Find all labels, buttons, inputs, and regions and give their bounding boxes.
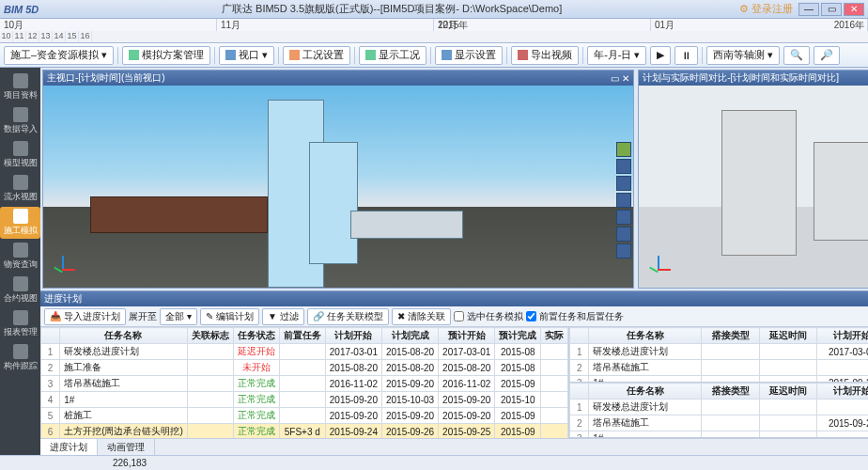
viewport-toolbar [616,142,631,258]
flow-icon [13,175,28,190]
close-icon[interactable]: ✕ [844,3,864,16]
track-icon [13,344,28,359]
chart-icon [13,310,28,325]
table-row[interactable]: 3 1#2015-10-03 [570,431,868,439]
viewport-icon [225,50,236,60]
minimize-icon[interactable]: — [798,3,819,16]
folder-icon [13,73,28,88]
clear-link-button[interactable]: ✖ 清除关联 [392,308,451,325]
select-icon[interactable] [616,142,631,157]
show-setting-button[interactable]: 显示设置 [435,46,503,65]
sidebar-item-track[interactable]: 构件跟踪 [0,342,40,374]
window-title: 广联达 BIM5D 3.5旗舰版(正式版)--[BIM5D项目案例- D:\Wo… [44,2,739,16]
sidebar-item-contract[interactable]: 合约视图 [0,274,40,306]
window-buttons: — ▭ ✕ [798,3,864,16]
link-model-button[interactable]: 🔗 任务关联模型 [307,308,389,325]
play-button[interactable]: ▶ [650,46,671,65]
table-row[interactable]: 1研发楼总进度计划延迟开始2017-03-012015-08-202017-03… [41,344,568,360]
table-row[interactable]: 2 塔吊基础施工2015-09-20 [570,415,868,431]
sidebar: 项目资料 数据导入 模型视图 流水视图 施工模拟 物资查询 合约视图 报表管理 … [0,68,40,455]
schedule-panel: 进度计划 ▭✕ 📥 导入进度计划 展开至 全部 ▾ ✎ 编辑计划 ▼ 过滤 🔗 … [40,290,868,455]
play-icon [13,209,28,224]
successor-table[interactable]: 任务名称 搭接类型 延迟时间 计划开始 计划完成 1研发楼总进度计划2017-0… [569,383,868,438]
date-format-select[interactable]: 年-月-日 ▾ [587,46,646,65]
timeline-ruler[interactable]: 2015年 2016年 10月11月12月01月 10111213141516 [0,19,868,43]
ruler-days: 10111213141516 [0,31,868,42]
user-login[interactable]: ⚙ 登录注册 [739,2,793,16]
sidebar-item-import[interactable]: 数据导入 [0,105,40,137]
statusbar: 226,183 [0,455,868,470]
view-mode-select[interactable]: 施工–资金资源模拟 ▾ [4,46,114,65]
import-icon [13,107,28,122]
show-wk-button[interactable]: 显示工况 [359,46,426,65]
axis-gizmo [644,256,671,282]
chk-predecessor[interactable]: 前置任务和后置任务 [526,310,624,323]
main-3d-viewport[interactable] [43,86,633,288]
video-icon [518,50,528,60]
schedule-toolbar: 📥 导入进度计划 展开至 全部 ▾ ✎ 编辑计划 ▼ 过滤 🔗 任务关联模型 ✖… [40,306,868,327]
titlebar: BIM 5D 广联达 BIM5D 3.5旗舰版(正式版)--[BIM5D项目案例… [0,0,868,19]
expand-label: 展开至 [129,310,157,323]
schedule-table[interactable]: 任务名称 关联标志 任务状态 前置任务 计划开始 计划完成 预计开始 预计完成 … [40,327,569,438]
maximize-icon[interactable]: ▭ [821,3,842,16]
filter-button[interactable]: ▼ 过滤 [262,308,304,325]
gear-icon [289,50,300,60]
table-row[interactable]: 1研发楼总进度计划2017-03-01 [570,344,868,360]
doc-icon [13,276,28,291]
table-row[interactable]: 6 土方开挖(周边承台链头明挖)正常完成5FS+3 d2015-09-24201… [41,424,568,439]
home-icon[interactable] [616,193,631,208]
compare-viewport-pane: 计划与实际时间对比-[计划时间和实际时间对比] ▭✕ [638,70,868,289]
compare-3d-viewport[interactable] [639,86,868,288]
zoom-out-button[interactable]: 🔎 [814,46,840,65]
measure-icon[interactable] [616,243,631,258]
viewport-button[interactable]: 视口 ▾ [219,46,274,65]
section-icon[interactable] [616,227,631,242]
cursor-coords: 226,183 [113,458,147,468]
tab-animation[interactable]: 动画管理 [98,439,155,455]
table-row[interactable]: 1研发楼总进度计划2017-03-01 [570,400,868,415]
pan-icon[interactable] [616,159,631,174]
display-icon [442,50,452,60]
sidebar-item-report[interactable]: 报表管理 [0,308,40,340]
table-row[interactable]: 4 1#正常完成2015-09-202015-10-032015-09-2020… [41,392,568,408]
cube-icon [13,141,28,156]
axis-gizmo [49,256,75,282]
expand-select[interactable]: 全部 ▾ [160,308,197,325]
table-row[interactable]: 2 塔吊基础施工2016-11-02 [570,360,868,376]
year-label: 2016年 [830,19,864,32]
table-row[interactable]: 2 施工准备未开始2015-08-202015-08-202015-08-202… [41,360,568,376]
axis-select[interactable]: 西南等轴测 ▾ [706,46,780,65]
predecessor-table[interactable]: 任务名称 搭接类型 延迟时间 计划开始 计划完成 1研发楼总进度计划2017-0… [569,327,868,383]
export-video-button[interactable]: 导出视频 [511,46,579,65]
zoom-icon[interactable] [616,210,631,225]
bottom-tabs: 进度计划 动画管理 [40,438,868,455]
tab-schedule[interactable]: 进度计划 [40,439,98,455]
sidebar-item-project[interactable]: 项目资料 [0,71,40,103]
panel-title: 进度计划 [44,292,82,306]
table-row[interactable]: 5 桩施工正常完成2015-09-202015-09-202015-09-202… [41,408,568,424]
box-icon [13,243,28,258]
pause-button[interactable]: ⏸ [674,46,698,65]
orbit-icon[interactable] [616,176,631,191]
zoom-in-button[interactable]: 🔍 [783,46,810,65]
sidebar-item-flow[interactable]: 流水视图 [0,173,40,205]
import-schedule-button[interactable]: 📥 导入进度计划 [44,308,126,325]
pane-max-icon[interactable]: ▭ [611,73,619,84]
wk-setting-button[interactable]: 工况设置 [283,46,350,65]
year-label: 2015年 [434,19,468,32]
table-row[interactable]: 3 1#2015-09-202015-10-03 [570,376,868,384]
edit-plan-button[interactable]: ✎ 编辑计划 [200,308,259,325]
pane-title: 计划与实际时间对比-[计划时间和实际时间对比] [643,71,839,85]
sidebar-item-material[interactable]: 物资查询 [0,241,40,273]
sidebar-item-simulate[interactable]: 施工模拟 [0,207,40,239]
pane-close-icon[interactable]: ✕ [622,73,629,84]
table-row[interactable]: 3 塔吊基础施工正常完成2016-11-022015-09-202016-11-… [41,376,568,392]
main-toolbar: 施工–资金资源模拟 ▾ 模拟方案管理 视口 ▾ 工况设置 显示工况 显示设置 导… [0,43,868,68]
list-icon [129,50,139,60]
chk-selected-task[interactable]: 选中任务模拟 [454,310,523,323]
sidebar-item-model[interactable]: 模型视图 [0,139,40,171]
eye-icon [365,50,376,60]
main-viewport-pane: 主视口-[计划时间](当前视口) ▭✕ [42,70,634,289]
sim-plan-button[interactable]: 模拟方案管理 [122,46,210,65]
app-logo: BIM 5D [4,4,39,15]
